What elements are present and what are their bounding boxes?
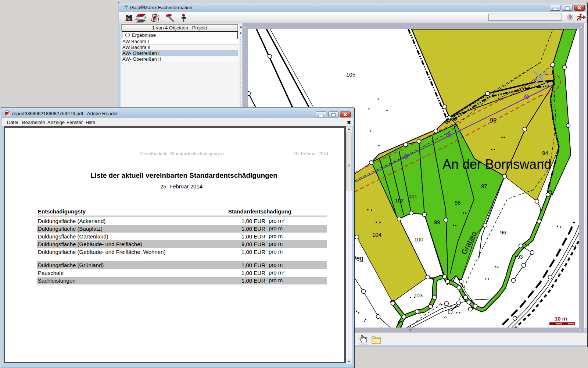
svg-text:94: 94 xyxy=(542,150,548,156)
svg-text:102: 102 xyxy=(395,198,404,204)
svg-text:An der Bornswand: An der Bornswand xyxy=(442,157,551,172)
svg-text:101: 101 xyxy=(409,194,417,199)
svg-text:93: 93 xyxy=(517,254,523,260)
svg-text:99: 99 xyxy=(434,219,440,225)
svg-text:100: 100 xyxy=(414,236,423,243)
svg-text:98: 98 xyxy=(455,199,461,206)
svg-text:96: 96 xyxy=(500,229,506,236)
svg-text:?: ? xyxy=(569,14,572,20)
svg-text:10 m: 10 m xyxy=(555,315,567,322)
svg-text:104: 104 xyxy=(372,231,381,238)
svg-text:95: 95 xyxy=(490,117,496,124)
svg-text:97: 97 xyxy=(481,183,487,189)
svg-text:103: 103 xyxy=(413,292,423,298)
svg-text:105: 105 xyxy=(346,71,355,78)
